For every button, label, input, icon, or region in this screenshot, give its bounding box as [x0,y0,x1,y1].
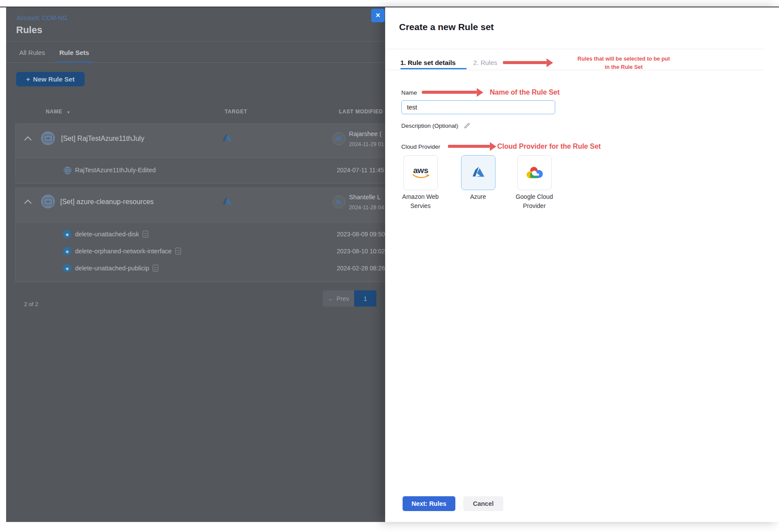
provider-label-azure: Azure [452,192,504,201]
rule-name[interactable]: delete-unattached-publicip [75,265,158,272]
annotation-arrow-head [547,58,553,67]
rule-set-icon: </> [41,131,55,145]
annotation-arrow-head [477,88,483,97]
new-rule-set-button[interactable]: + New Rule Set [16,72,85,86]
azure-target-icon [221,132,233,144]
rule-name-label: delete-unattached-publicip [75,265,149,272]
rule-name-label: delete-orphaned-network-interface [75,248,172,255]
rule-name[interactable]: RajTestAzure11thJuly-Edited [75,167,156,174]
pagination-page-1[interactable]: 1 [354,290,376,307]
rule-glyph: ◈ [65,249,69,254]
provider-label-line: Provider [508,201,560,211]
create-rule-set-drawer [385,7,779,522]
step-rule-set-details[interactable]: 1. Rule set details [400,59,456,66]
name-input[interactable] [401,100,555,114]
column-header-target: TARGET [225,109,247,115]
rule-set-name[interactable]: [Set] RajTestAzure11thJuly [61,135,144,143]
next-rules-button[interactable]: Next: Rules [403,496,455,511]
rule-modified-at: 2024-07-11 11:45 A [337,167,385,174]
aws-logo-icon: aws [412,167,430,179]
description-label: Description (Optional) [401,123,458,129]
rule-icon: ◈ [63,247,72,256]
annotation-name: Name of the Rule Set [490,89,560,96]
page-title: Rules [16,24,42,36]
provider-label-line: Google Cloud [508,192,560,201]
tab-rule-sets[interactable]: Rule Sets [59,49,89,56]
dimmed-background-app: Account: CCM-NG Rules All Rules Rule Set… [0,0,385,532]
provider-card-azure[interactable] [461,155,495,190]
window-top-edge [0,7,779,7]
prev-label: Prev [337,295,349,302]
aws-logo-text: aws [413,167,428,174]
plus-icon: + [26,75,30,83]
left-arrow-icon: ← [328,295,334,302]
screen: Account: CCM-NG Rules All Rules Rule Set… [0,0,779,532]
pencil-icon[interactable] [464,122,471,129]
column-header-last-modified: LAST MODIFIED [339,109,383,115]
rule-set-name[interactable]: [Set] azure-cleanup-resources [60,198,154,206]
annotation-arrow [422,91,477,94]
provider-card-aws[interactable]: aws [403,155,438,190]
provider-label-aws: Amazon Web Servies [394,192,447,211]
annotation-arrow [448,145,490,148]
provider-label-line: Azure [452,192,504,201]
tab-all-rules[interactable]: All Rules [19,49,45,56]
card-divider [16,157,385,158]
rule-glyph: ◈ [65,232,69,237]
code-glyph: </> [44,198,53,205]
modified-by: Shantelle L [349,194,381,201]
code-glyph: </> [65,168,71,173]
annotation-arrow [503,61,547,64]
rule-name-label: RajTestAzure11thJuly-Edited [75,167,156,174]
rule-icon: </> [64,167,72,174]
rule-modified-at: 2024-02-28 08:26 [337,265,385,272]
modified-by: Rajarshee ( [349,130,382,137]
rule-modified-at: 2023-08-09 09:50 [337,231,385,238]
rule-glyph: ◈ [65,266,69,271]
rule-modified-at: 2023-08-10 10:02 [337,248,385,255]
gcp-logo-icon [525,165,544,180]
close-icon: × [376,11,380,20]
cancel-button[interactable]: Cancel [463,496,503,511]
name-label: Name [401,89,417,96]
azure-logo-icon [471,165,486,181]
provider-label-line: Servies [394,201,447,211]
azure-target-icon [221,195,233,208]
rule-name-label: delete-unattached-disk [75,231,139,238]
rule-icon: ◈ [63,264,72,273]
rule-name[interactable]: delete-orphaned-network-interface [75,248,181,255]
pagination-prev-button[interactable]: ← Prev [323,290,354,307]
annotation-steps-line1: Rules that will be selected to be put [563,56,685,62]
pagination-count: 2 of 2 [24,301,38,307]
code-glyph: </> [44,135,53,142]
breadcrumb-account[interactable]: Account: CCM-NG [17,14,67,21]
header-divider [6,41,385,41]
new-rule-set-label: New Rule Set [33,75,75,83]
modified-at: 2024-11-29 01 [349,141,384,147]
rule-set-icon: </> [41,194,55,208]
clipboard-icon[interactable] [175,248,181,255]
clipboard-icon[interactable] [153,265,158,272]
avatar: RC [332,132,345,145]
column-header-name[interactable]: NAME [46,109,62,115]
sort-caret-icon[interactable]: ▾ [67,109,70,115]
rule-icon: ◈ [63,230,72,239]
close-button[interactable]: × [371,9,385,22]
annotation-arrow-head [490,142,496,151]
step-active-underline [400,68,467,69]
provider-card-gcp[interactable] [517,155,552,190]
annotation-provider: Cloud Provider for the Rule Set [497,143,601,150]
drawer-title: Create a new Rule set [399,22,494,32]
clipboard-icon[interactable] [143,231,148,238]
step-rules[interactable]: 2. Rules [473,59,497,66]
provider-label-gcp: Google Cloud Provider [508,192,560,211]
card-divider [16,222,385,222]
rule-name[interactable]: delete-unattached-disk [75,231,148,238]
drawer-header-divider [385,49,764,49]
annotation-steps-line2: in the Rule Set [563,64,685,70]
tab-active-underline [55,61,93,63]
rule-set-card [15,123,385,184]
cloud-provider-label: Cloud Provider [401,143,440,150]
avatar: SL [332,195,345,208]
provider-label-line: Amazon Web [394,192,447,201]
